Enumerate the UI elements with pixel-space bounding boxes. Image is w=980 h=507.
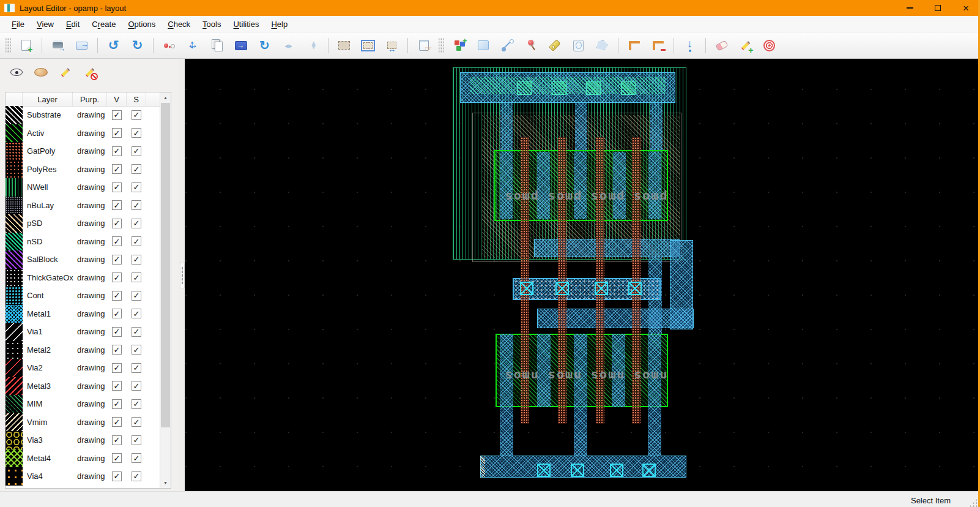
copy-button[interactable] bbox=[205, 36, 229, 56]
layer-swatch[interactable] bbox=[6, 467, 23, 486]
layer-swatch[interactable] bbox=[6, 214, 23, 233]
layer-select-checkbox[interactable]: ✓ bbox=[132, 435, 141, 445]
layer-row[interactable]: NWell drawing ✓ ✓ bbox=[6, 178, 160, 197]
title-bar[interactable]: Layout Editor - opamp - layout × bbox=[0, 0, 980, 16]
layer-visible-checkbox[interactable]: ✓ bbox=[112, 291, 122, 301]
move-into-button[interactable] bbox=[229, 36, 253, 56]
rectangle-tool-button[interactable] bbox=[471, 36, 495, 56]
toggle-visibility-button[interactable] bbox=[7, 63, 26, 81]
layer-visible-checkbox[interactable]: ✓ bbox=[112, 453, 122, 463]
layer-visible-checkbox[interactable]: ✓ bbox=[112, 255, 122, 265]
add-instance-button[interactable] bbox=[447, 36, 471, 56]
layer-row[interactable]: Vmim drawing ✓ ✓ bbox=[6, 413, 160, 432]
layer-select-checkbox[interactable]: ✓ bbox=[132, 471, 141, 481]
resize-grip[interactable] bbox=[969, 498, 978, 507]
layer-swatch[interactable] bbox=[6, 233, 23, 251]
minimize-button[interactable] bbox=[896, 0, 924, 16]
layer-select-checkbox[interactable]: ✓ bbox=[132, 182, 141, 192]
layer-select-checkbox[interactable]: ✓ bbox=[132, 381, 141, 391]
undo-button[interactable] bbox=[102, 36, 125, 56]
redo-button[interactable] bbox=[125, 36, 149, 56]
polygon-tool-button[interactable] bbox=[590, 36, 614, 56]
layer-select-checkbox[interactable]: ✓ bbox=[132, 200, 141, 210]
layer-select-checkbox[interactable]: ✓ bbox=[132, 128, 141, 138]
layer-row[interactable]: Metal3 drawing ✓ ✓ bbox=[6, 377, 160, 396]
layer-row[interactable]: SalBlock drawing ✓ ✓ bbox=[6, 250, 160, 269]
layer-visible-checkbox[interactable]: ✓ bbox=[112, 219, 122, 228]
layer-swatch[interactable] bbox=[6, 142, 23, 160]
circle-tool-button[interactable] bbox=[566, 36, 590, 56]
layer-swatch[interactable] bbox=[6, 178, 23, 197]
layer-visible-checkbox[interactable]: ✓ bbox=[112, 471, 122, 481]
layer-swatch[interactable] bbox=[6, 449, 23, 468]
ruler-tool-button[interactable] bbox=[646, 36, 670, 56]
layer-visible-checkbox[interactable]: ✓ bbox=[112, 381, 122, 391]
layer-visible-checkbox[interactable]: ✓ bbox=[112, 146, 122, 156]
scroll-up-icon[interactable]: ▲ bbox=[160, 92, 171, 103]
layer-visible-checkbox[interactable]: ✓ bbox=[112, 345, 122, 355]
scrollbar-thumb[interactable] bbox=[161, 103, 170, 427]
layer-select-checkbox[interactable]: ✓ bbox=[132, 110, 141, 120]
panel-splitter[interactable] bbox=[179, 59, 185, 491]
merge-down-button[interactable] bbox=[678, 36, 702, 56]
layer-swatch[interactable] bbox=[6, 377, 23, 396]
layer-select-checkbox[interactable]: ✓ bbox=[132, 291, 141, 301]
layer-visible-checkbox[interactable]: ✓ bbox=[112, 110, 122, 120]
label-tool-button[interactable] bbox=[543, 36, 566, 56]
layer-swatch[interactable] bbox=[6, 197, 23, 215]
layer-visible-checkbox[interactable]: ✓ bbox=[112, 182, 122, 192]
mirror-horizontal-button[interactable] bbox=[277, 36, 300, 56]
layer-swatch[interactable] bbox=[6, 395, 23, 413]
layer-row[interactable]: Via4 drawing ✓ ✓ bbox=[6, 467, 160, 486]
export-button[interactable] bbox=[70, 36, 94, 56]
layer-row[interactable]: Via3 drawing ✓ ✓ bbox=[6, 431, 160, 449]
layer-visible-checkbox[interactable]: ✓ bbox=[112, 399, 122, 409]
select-all-button[interactable] bbox=[356, 36, 380, 56]
layer-select-checkbox[interactable]: ✓ bbox=[132, 272, 141, 282]
layer-visible-checkbox[interactable]: ✓ bbox=[112, 128, 122, 138]
fill-style-button[interactable] bbox=[32, 63, 50, 81]
properties-form-button[interactable] bbox=[412, 36, 436, 56]
pin-tool-button[interactable] bbox=[519, 36, 543, 56]
layer-select-checkbox[interactable]: ✓ bbox=[132, 146, 141, 156]
layer-swatch[interactable] bbox=[6, 359, 23, 377]
layer-row[interactable]: GatPoly drawing ✓ ✓ bbox=[6, 142, 160, 160]
layer-swatch[interactable] bbox=[6, 269, 23, 287]
layer-row[interactable]: Via2 drawing ✓ ✓ bbox=[6, 359, 160, 377]
layer-select-checkbox[interactable]: ✓ bbox=[132, 363, 141, 373]
toolbar-grip[interactable] bbox=[439, 37, 444, 53]
layer-visible-checkbox[interactable]: ✓ bbox=[112, 236, 122, 246]
layer-select-checkbox[interactable]: ✓ bbox=[132, 309, 141, 318]
maximize-button[interactable] bbox=[924, 0, 952, 16]
layer-swatch[interactable] bbox=[6, 323, 23, 341]
layer-select-checkbox[interactable]: ✓ bbox=[132, 236, 141, 246]
layer-select-checkbox[interactable]: ✓ bbox=[132, 345, 141, 355]
layer-swatch[interactable] bbox=[6, 305, 23, 323]
menu-help[interactable]: Help bbox=[265, 17, 294, 31]
layer-select-checkbox[interactable]: ✓ bbox=[132, 453, 141, 463]
layer-visible-checkbox[interactable]: ✓ bbox=[112, 272, 122, 282]
line-tool-button[interactable] bbox=[495, 36, 519, 56]
record-target-button[interactable] bbox=[757, 36, 781, 56]
layer-swatch[interactable] bbox=[6, 413, 23, 432]
menu-view[interactable]: View bbox=[31, 17, 60, 31]
layer-row[interactable]: PolyRes drawing ✓ ✓ bbox=[6, 160, 160, 179]
menu-utilities[interactable]: Utilities bbox=[227, 17, 265, 31]
menu-file[interactable]: File bbox=[6, 17, 31, 31]
zoom-selection-button[interactable] bbox=[380, 36, 404, 56]
measure-tool-button[interactable] bbox=[622, 36, 646, 56]
menu-check[interactable]: Check bbox=[161, 17, 196, 31]
toolbar-grip[interactable] bbox=[6, 37, 11, 53]
layer-visible-checkbox[interactable]: ✓ bbox=[112, 417, 122, 427]
layer-row[interactable]: nBuLay drawing ✓ ✓ bbox=[6, 197, 160, 215]
layer-visible-checkbox[interactable]: ✓ bbox=[112, 200, 122, 210]
select-region-button[interactable] bbox=[332, 36, 356, 56]
layer-row[interactable]: Metal4 drawing ✓ ✓ bbox=[6, 449, 160, 468]
layer-row[interactable]: MIM drawing ✓ ✓ bbox=[6, 395, 160, 413]
layer-select-checkbox[interactable]: ✓ bbox=[132, 327, 141, 337]
move-button[interactable] bbox=[181, 36, 205, 56]
layer-swatch[interactable] bbox=[6, 124, 23, 143]
layer-swatch[interactable] bbox=[6, 106, 23, 124]
menu-tools[interactable]: Tools bbox=[196, 17, 227, 31]
layer-select-checkbox[interactable]: ✓ bbox=[132, 417, 141, 427]
